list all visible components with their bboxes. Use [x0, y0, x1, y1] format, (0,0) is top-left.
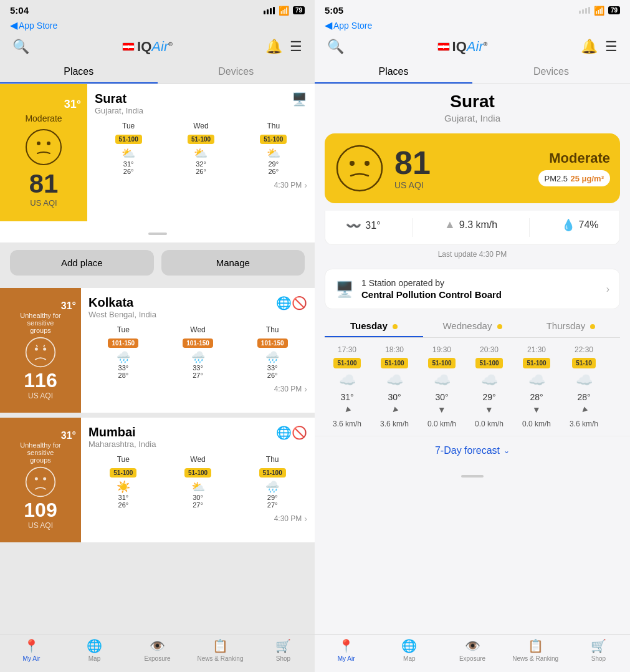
- right-tab-places[interactable]: Places: [315, 60, 472, 84]
- hourly-col-2130: 21:30 51-100 ☁️ 28° ▲ 0.0 km/h: [514, 345, 559, 428]
- surat-face-left: [25, 128, 62, 166]
- left-bell-icon[interactable]: 🔔: [265, 39, 282, 55]
- right-logo: IQAir®: [437, 39, 488, 55]
- aqi-main-data: 81 US AQI: [384, 146, 538, 190]
- right-appstore-back[interactable]: ◀ App Store: [315, 18, 630, 34]
- weather-divider-2: [529, 218, 530, 237]
- svg-point-2: [47, 142, 50, 145]
- weather-divider-1: [412, 218, 413, 237]
- left-nav-map[interactable]: 🌐 Map: [63, 638, 126, 662]
- weather-wind-val: 9.3 km/h: [459, 219, 497, 231]
- weather-wind: ▲ 9.3 km/h: [444, 218, 497, 237]
- kolkata-monitor-icon: 🌐🚫: [276, 295, 307, 310]
- kolkata-face: [25, 337, 56, 368]
- left-back-label: App Store: [19, 21, 57, 31]
- weather-row: 〰️ 31° ▲ 9.3 km/h 💧 74%: [325, 211, 620, 245]
- surat-forecast-left: Surat Gujarat, India 🖥️ Tue 51-100 ⛅ 31°…: [87, 84, 315, 221]
- forecast-tab-wed[interactable]: Wednesday: [423, 314, 522, 337]
- weather-humidity: 💧 74%: [561, 218, 599, 237]
- surat-aqi-unit-left: US AQI: [30, 198, 57, 208]
- surat-city-region-right: Gujarat, India: [315, 113, 630, 123]
- hourly-wind-arrow-2130: ▲: [532, 406, 541, 416]
- kolkata-aqi: 116: [24, 370, 57, 390]
- kolkata-forecast-cols: Tue 101-150 🌧️ 33° 28° Wed 101-150 🌧️ 33…: [88, 325, 307, 379]
- right-news-icon: 📋: [528, 638, 543, 653]
- left-tab-places[interactable]: Places: [0, 60, 158, 84]
- right-nav-exposure[interactable]: 👁️ Exposure: [441, 638, 504, 662]
- left-nav-exposure[interactable]: 👁️ Exposure: [126, 638, 189, 662]
- hourly-weather-2130: ☁️: [528, 372, 545, 388]
- left-menu-icon[interactable]: ☰: [290, 39, 302, 55]
- forecast-tab-tue[interactable]: Tuesday: [325, 314, 423, 337]
- right-map-icon: 🌐: [401, 638, 417, 653]
- last-update: Last update 4:30 PM: [315, 245, 630, 264]
- mumbai-label: Unhealthy forsensitivegroups: [20, 441, 60, 464]
- left-exposure-icon: 👁️: [150, 638, 165, 653]
- humidity-icon: 💧: [561, 218, 575, 232]
- station-card[interactable]: 🖥️ 1 Station operated by Central Polluti…: [325, 269, 620, 309]
- right-nav-shop[interactable]: 🛒 Shop: [567, 638, 630, 662]
- left-tab-devices[interactable]: Devices: [158, 60, 315, 84]
- left-appstore-back[interactable]: ◀ App Store: [0, 18, 315, 34]
- forecast-tab-tue-dot: [393, 324, 398, 329]
- right-map-label: Map: [403, 655, 415, 662]
- left-map-label: Map: [88, 655, 100, 662]
- svg-point-9: [35, 478, 38, 481]
- forecast-tab-thu[interactable]: Thursday: [522, 314, 620, 337]
- surat-chevron-left[interactable]: ›: [304, 180, 307, 190]
- mumbai-time: 4:30 PM: [274, 514, 302, 523]
- right-shop-icon: 🛒: [591, 638, 606, 653]
- surat-label-left: Moderate: [25, 113, 62, 123]
- left-nav-news[interactable]: 📋 News & Ranking: [189, 638, 252, 662]
- left-nav-shop[interactable]: 🛒 Shop: [252, 638, 315, 662]
- right-nav-news[interactable]: 📋 News & Ranking: [504, 638, 567, 662]
- left-myair-icon: 📍: [24, 638, 39, 653]
- surat-card-left[interactable]: 31° Moderate 81 US AQI: [0, 84, 315, 242]
- right-tab-devices[interactable]: Devices: [472, 60, 630, 84]
- mumbai-city-name: Mumbai: [88, 425, 156, 439]
- pull-indicator: [315, 465, 630, 484]
- aqi-main-unit: US AQI: [394, 180, 538, 190]
- hourly-wind-arrow-1730: ▲: [340, 404, 353, 417]
- expand-icon: ⌄: [504, 446, 510, 455]
- kolkata-city-name: Kolkata: [88, 295, 156, 310]
- left-search-icon[interactable]: 🔍: [12, 39, 29, 55]
- right-back-label: App Store: [333, 21, 372, 31]
- svg-point-4: [35, 348, 38, 351]
- seven-day-forecast[interactable]: 7-Day forecast ⌄: [315, 436, 630, 465]
- mumbai-temp: 31°: [61, 430, 76, 441]
- svg-point-0: [26, 130, 61, 165]
- hourly-col-1930: 19:30 51-100 ☁️ 30° ▲ 0.0 km/h: [419, 345, 464, 428]
- surat-monitor-icon-left: 🖥️: [292, 92, 307, 107]
- mumbai-city-region: Maharashtra, India: [88, 439, 156, 449]
- right-back-arrow-icon: ◀: [325, 19, 332, 31]
- left-signal: [264, 7, 275, 14]
- left-shop-label: Shop: [276, 655, 290, 662]
- right-content: Surat Gujarat, India 81 US AQI: [315, 84, 630, 634]
- right-header-actions: 🔔 ☰: [581, 39, 618, 55]
- surat-time-left: 4:30 PM: [274, 181, 302, 190]
- left-status-bar: 5:04 📶 79: [0, 0, 315, 18]
- kolkata-temp: 31°: [61, 300, 76, 312]
- right-search-icon[interactable]: 🔍: [327, 39, 344, 55]
- mumbai-card[interactable]: 31° Unhealthy forsensitivegroups 109 US …: [0, 418, 315, 542]
- add-place-button[interactable]: Add place: [10, 250, 154, 276]
- kolkata-forecast: Kolkata West Bengal, India 🌐🚫 Tue 101-15…: [81, 288, 315, 413]
- svg-point-8: [26, 468, 55, 497]
- kolkata-card[interactable]: 31° Unhealthy forsensitivegroups 116 US …: [0, 288, 315, 413]
- left-nav-myair[interactable]: 📍 My Air: [0, 638, 63, 662]
- right-nav-map[interactable]: 🌐 Map: [378, 638, 441, 662]
- right-bell-icon[interactable]: 🔔: [581, 39, 598, 55]
- kolkata-chevron[interactable]: ›: [304, 384, 307, 394]
- right-exposure-icon: 👁️: [465, 638, 480, 653]
- right-shop-label: Shop: [591, 655, 606, 662]
- hourly-weather-2230: ☁️: [576, 372, 593, 388]
- svg-point-1: [37, 142, 41, 145]
- right-nav-myair[interactable]: 📍 My Air: [315, 638, 378, 662]
- weather-humidity-val: 74%: [579, 219, 599, 231]
- mumbai-chevron[interactable]: ›: [304, 514, 307, 524]
- manage-button[interactable]: Manage: [161, 250, 305, 276]
- left-bottom-nav: 📍 My Air 🌐 Map 👁️ Exposure 📋 News & Rank…: [0, 634, 315, 672]
- right-menu-icon[interactable]: ☰: [605, 39, 618, 55]
- svg-line-7: [44, 345, 45, 347]
